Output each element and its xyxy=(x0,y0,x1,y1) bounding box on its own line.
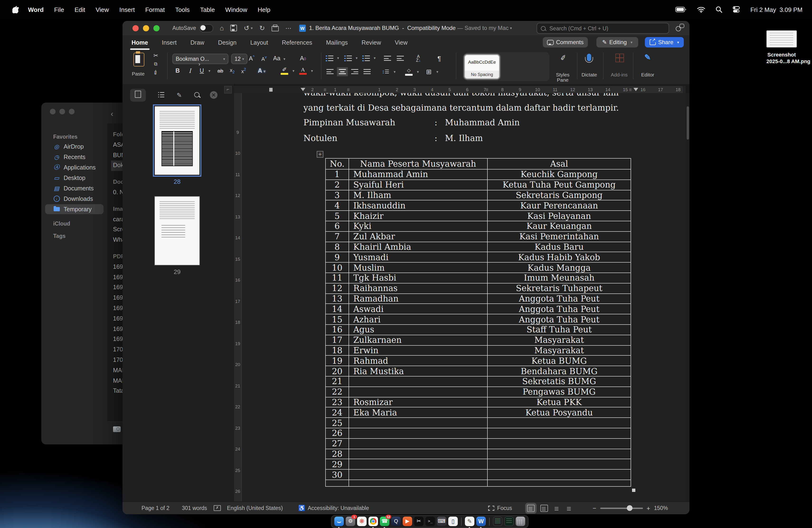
borders-chevron-icon[interactable]: ▾ xyxy=(436,70,438,74)
decrease-indent-icon[interactable] xyxy=(384,56,391,61)
shrink-font-icon[interactable]: Av xyxy=(261,55,267,61)
sidebar-item[interactable]: ◷ Recents xyxy=(45,152,103,162)
zoom-percentage[interactable]: 150% xyxy=(654,505,668,511)
table-row[interactable]: 24 Eka Maria Ketua Posyandu xyxy=(326,408,631,418)
add-ins-icon[interactable] xyxy=(615,54,624,62)
editing-mode-button[interactable]: Editing ▾ xyxy=(596,37,638,47)
dock-app[interactable] xyxy=(516,516,525,527)
sidebar-item[interactable]: ↓ Downloads xyxy=(45,194,103,204)
table-resize-handle[interactable] xyxy=(632,488,635,492)
document-page[interactable]: wakil-wakil kelompok, wakil dusun dan to… xyxy=(241,93,686,502)
table-row[interactable]: 21 Sekretatis BUMG xyxy=(326,377,631,387)
table-row[interactable]: 23 Rosmizar Ketua PKK xyxy=(326,397,631,408)
menu-clock[interactable]: Fri 2 May 3.09 PM xyxy=(750,6,802,13)
table-row[interactable]: 16 Agus Staff Tuha Peut xyxy=(326,325,631,335)
table-row[interactable]: 5 Khaizir Kasi Pelayanan xyxy=(326,211,631,221)
align-center-icon[interactable] xyxy=(339,69,346,74)
menu-item-help[interactable]: Help xyxy=(252,6,276,13)
change-case-icon[interactable]: Aa ▾ xyxy=(273,55,285,62)
table-row[interactable]: 29 xyxy=(326,459,631,470)
styles-expand-icon[interactable]: › xyxy=(199,61,200,67)
attendance-table[interactable]: No. Nama Peserta Musyawarah Asal 1 Muham… xyxy=(325,158,631,487)
menu-item-insert[interactable]: Insert xyxy=(114,6,140,13)
format-painter-icon[interactable]: ✐ xyxy=(152,69,160,77)
sort-icon[interactable]: AZ↓ xyxy=(416,55,421,62)
clear-formatting-icon[interactable]: A◊ xyxy=(300,55,306,62)
add-ins-label[interactable]: Add-ins xyxy=(611,72,627,77)
word-window[interactable]: AutoSave ▾ ⋯ W 1. Berita Acara Musyawara… xyxy=(122,21,690,514)
search-input[interactable] xyxy=(549,25,659,32)
table-row[interactable]: 13 Ramadhan Anggota Tuha Peut xyxy=(326,294,631,304)
left-indent-marker[interactable] xyxy=(269,88,273,92)
menu-item-file[interactable]: File xyxy=(49,6,69,13)
dock-app[interactable]: ❋ xyxy=(357,516,366,527)
page-count[interactable]: Page 1 of 2 xyxy=(142,505,170,511)
line-spacing-chevron-icon[interactable]: ▾ xyxy=(394,70,395,74)
paste-icon[interactable] xyxy=(133,53,144,67)
menu-item-view[interactable]: View xyxy=(90,6,114,13)
right-indent-marker[interactable] xyxy=(634,88,638,91)
search-box[interactable] xyxy=(537,23,669,34)
draft-view-button[interactable] xyxy=(566,505,573,511)
edit-view-tab[interactable]: ✎ xyxy=(177,91,182,99)
strikethrough-button[interactable]: ab xyxy=(217,68,223,74)
back-chevron-icon[interactable]: ‹ xyxy=(111,109,113,119)
headings-view-tab[interactable] xyxy=(158,91,164,99)
editor-label[interactable]: Editor xyxy=(641,72,654,77)
table-row[interactable]: 4 Ikhsanuddin Kaur Perencanaan xyxy=(326,201,631,211)
ribbon-tab[interactable]: Mailings xyxy=(325,37,348,48)
language-status[interactable]: English (United States) xyxy=(227,505,283,511)
dock-app[interactable]: ⌣ xyxy=(334,516,344,527)
table-column-marker[interactable] xyxy=(486,88,488,91)
dock-app[interactable] xyxy=(493,516,503,527)
dock-app[interactable] xyxy=(504,516,514,527)
menu-item-table[interactable]: Table xyxy=(195,6,220,13)
undo-chevron-icon[interactable]: ▾ xyxy=(251,26,252,30)
save-icon[interactable] xyxy=(231,25,237,31)
table-row[interactable]: 25 xyxy=(326,418,631,428)
paragraph-marks-icon[interactable]: ¶ xyxy=(437,55,441,62)
menu-app-name[interactable]: Word xyxy=(23,6,49,13)
sidebar-item[interactable]: ◎ AirDrop xyxy=(45,142,103,151)
title-chevron-icon[interactable]: ▾ xyxy=(510,26,512,30)
zoom-button[interactable] xyxy=(154,25,160,31)
table-row[interactable]: 30 xyxy=(326,470,631,480)
sidebar-item[interactable]: Ⓐ Applications xyxy=(45,162,103,172)
highlight-color-button[interactable]: ✐ xyxy=(281,67,288,75)
table-move-handle[interactable]: + xyxy=(317,151,323,158)
sidebar-item[interactable]: Temporary xyxy=(45,204,103,214)
table-row[interactable]: 28 xyxy=(326,449,631,459)
table-row[interactable]: 22 Pengawas BUMG xyxy=(326,387,631,397)
table-row[interactable]: 27 xyxy=(326,439,631,449)
search-pane-tab[interactable] xyxy=(194,91,200,99)
wifi-icon[interactable] xyxy=(697,6,705,13)
first-line-indent-marker[interactable] xyxy=(301,88,305,91)
ribbon-tab[interactable]: Insert xyxy=(161,37,177,48)
borders-icon[interactable]: ⊞ xyxy=(426,68,431,75)
styles-pane-icon[interactable]: ✐ xyxy=(560,53,567,63)
outline-view-button[interactable] xyxy=(554,505,560,511)
close-pane-button[interactable]: ✕ xyxy=(210,91,217,99)
table-row[interactable]: 8 Khairil Ambia Kadus Baru xyxy=(326,242,631,252)
italic-button[interactable]: I xyxy=(189,67,191,74)
scrollbar-thumb[interactable] xyxy=(686,106,689,140)
highlight-chevron-icon[interactable]: ▾ xyxy=(292,69,294,73)
font-color-chevron-icon[interactable]: ▾ xyxy=(311,69,313,73)
font-color-button[interactable]: A xyxy=(299,67,307,75)
align-right-icon[interactable] xyxy=(351,69,358,74)
sidebar-item[interactable]: ▤ Documents xyxy=(45,183,103,193)
bold-button[interactable]: B xyxy=(175,68,180,74)
table-column-marker[interactable] xyxy=(629,88,632,91)
table-row[interactable]: 6 Kyki Kaur Keuangan xyxy=(326,221,631,232)
more-options-icon[interactable]: ⋯ xyxy=(285,25,292,32)
table-row[interactable]: 2 Syaiful Heri Ketua Tuha Peut Gampong xyxy=(326,180,631,190)
home-icon[interactable] xyxy=(220,24,224,32)
table-row[interactable]: 26 xyxy=(326,428,631,439)
shading-button[interactable]: ◇ xyxy=(405,68,412,76)
underline-button[interactable]: U xyxy=(200,68,204,74)
spotlight-search-icon[interactable] xyxy=(715,6,722,13)
dock-app[interactable]: >_ xyxy=(425,516,435,527)
numbered-chevron-icon[interactable]: ▾ xyxy=(356,56,358,60)
shading-chevron-icon[interactable]: ▾ xyxy=(417,70,419,74)
underline-chevron-icon[interactable]: ▾ xyxy=(208,69,211,73)
